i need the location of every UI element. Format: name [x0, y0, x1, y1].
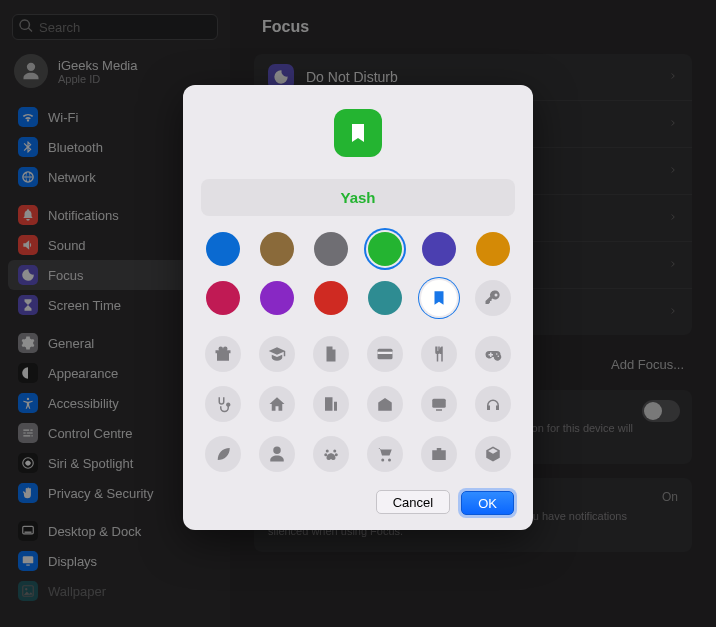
glyph-graduation[interactable] [259, 336, 295, 372]
color-indigo[interactable] [422, 232, 456, 266]
glyph-gift[interactable] [205, 336, 241, 372]
focus-config-modal: Yash Cancel OK [183, 85, 533, 530]
glyph-headphones[interactable] [475, 386, 511, 422]
glyph-columns[interactable] [367, 386, 403, 422]
glyph-home[interactable] [259, 386, 295, 422]
ok-button[interactable]: OK [461, 491, 514, 515]
glyph-bookmark[interactable] [421, 280, 457, 316]
glyph-building[interactable] [313, 386, 349, 422]
glyph-box[interactable] [475, 436, 511, 472]
glyph-stethoscope[interactable] [205, 386, 241, 422]
glyph-card[interactable] [367, 336, 403, 372]
color-blue[interactable] [206, 232, 240, 266]
glyph-key[interactable] [475, 280, 511, 316]
glyph-grid [183, 330, 533, 478]
cancel-button[interactable]: Cancel [376, 490, 450, 514]
color-grid [183, 226, 533, 322]
modal-preview-icon [334, 109, 382, 157]
glyph-person[interactable] [259, 436, 295, 472]
glyph-briefcase[interactable] [421, 436, 457, 472]
glyph-utensils[interactable] [421, 336, 457, 372]
color-gray[interactable] [314, 232, 348, 266]
glyph-game[interactable] [475, 336, 511, 372]
color-green[interactable] [368, 232, 402, 266]
glyph-document[interactable] [313, 336, 349, 372]
focus-name-field[interactable]: Yash [201, 179, 515, 216]
glyph-paw[interactable] [313, 436, 349, 472]
color-brown[interactable] [260, 232, 294, 266]
color-pink[interactable] [206, 281, 240, 315]
glyph-tv[interactable] [421, 386, 457, 422]
color-teal[interactable] [368, 281, 402, 315]
color-purple[interactable] [260, 281, 294, 315]
glyph-cart[interactable] [367, 436, 403, 472]
color-red[interactable] [314, 281, 348, 315]
color-orange[interactable] [476, 232, 510, 266]
glyph-leaf[interactable] [205, 436, 241, 472]
